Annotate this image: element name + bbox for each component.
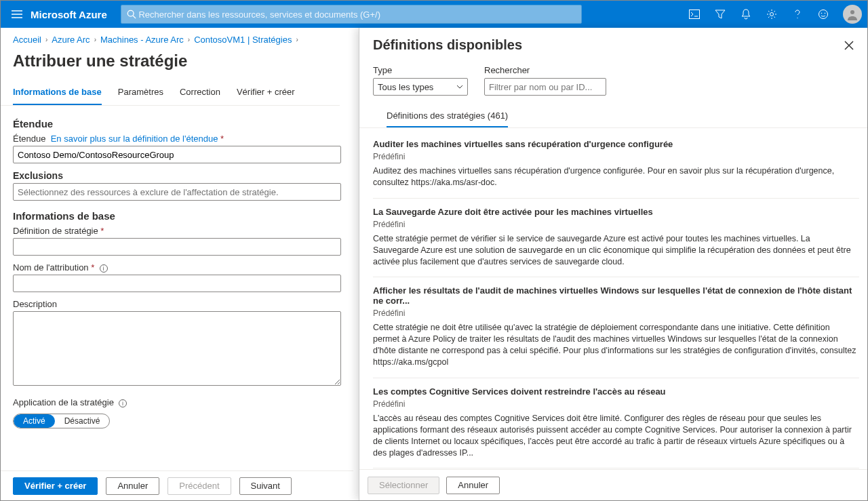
assign-name-label: Nom de l'attribution [13,262,89,273]
chevron-down-icon [456,85,463,89]
assign-name-label-row: Nom de l'attribution * i [13,262,333,273]
crumb-home[interactable]: Accueil [13,35,41,45]
scope-label: Étendue [13,134,45,144]
help-icon [793,9,802,20]
hamburger-menu[interactable] [6,1,28,28]
close-panel-button[interactable] [844,41,854,50]
search-icon [127,9,136,19]
chevron-right-icon: › [296,36,298,43]
global-search-input[interactable] [138,9,575,20]
enforcement-toggle[interactable]: Activé Désactivé [13,414,110,428]
directory-filter-button[interactable] [709,1,732,28]
settings-button[interactable] [760,1,783,28]
svg-point-5 [825,13,826,14]
top-bar: Microsoft Azure [1,1,867,28]
definition-item[interactable]: Afficher les résultats de l'audit de mac… [373,277,859,378]
help-button[interactable] [786,1,809,28]
panel-footer: Sélectionner Annuler [359,469,867,500]
panel-header: Définitions disponibles [359,28,867,58]
svg-point-3 [819,10,828,19]
form-basics: Étendue Étendue En savoir plus sur la dé… [1,106,345,438]
tab-remediation[interactable]: Correction [180,80,220,105]
exclusions-input[interactable] [13,183,341,201]
definition-title: Les comptes Cognitive Services doivent r… [373,386,856,397]
cancel-button[interactable]: Annuler [106,477,159,495]
definition-search-input[interactable] [484,78,606,96]
hamburger-icon [12,10,22,18]
panel-cancel-button[interactable]: Annuler [446,477,500,494]
definition-description: Auditez des machines virtuelles sans réc… [373,165,856,188]
svg-point-2 [770,13,774,16]
scope-label-row: Étendue En savoir plus sur la définition… [13,134,333,144]
required-marker: * [220,134,224,144]
definition-description: Cette stratégie permet de vérifier si le… [373,233,856,268]
crumb-machines[interactable]: Machines - Azure Arc [100,35,184,45]
brand-label: Microsoft Azure [31,9,107,20]
type-filter-value: Tous les types [378,82,433,92]
chevron-right-icon: › [188,36,190,43]
panel-title: Définitions disponibles [373,37,522,53]
filter-icon [715,9,726,19]
info-icon[interactable]: i [119,399,127,407]
toggle-disabled[interactable]: Désactivé [55,414,110,428]
type-filter-select[interactable]: Tous les types [373,78,468,96]
definition-type: Prédéfini [373,152,856,161]
definition-description: L'accès au réseau des comptes Cognitive … [373,413,856,459]
definition-title: Afficher les résultats de l'audit de mac… [373,285,856,306]
policy-def-label: Définition de stratégie [13,226,98,236]
bell-icon [741,9,751,20]
svg-point-0 [127,10,134,16]
feedback-button[interactable] [812,1,835,28]
gear-icon [766,9,777,20]
assign-name-input[interactable] [13,275,341,292]
cloud-shell-button[interactable] [683,1,706,28]
svg-point-4 [821,13,823,14]
required-marker: * [98,226,104,236]
wizard-footer: Vérifier + créer Annuler Précédent Suiva… [1,470,353,500]
policy-def-label-row: Définition de stratégie * [13,226,333,236]
global-search[interactable] [121,5,582,24]
definition-item[interactable]: Auditer les machines virtuelles sans réc… [373,131,859,199]
feedback-icon [818,9,829,20]
info-icon[interactable]: i [100,264,108,273]
policy-def-input[interactable] [13,238,341,256]
required-marker: * [89,262,95,273]
avatar-icon [846,8,859,20]
definition-description: Cette stratégie ne doit être utilisée qu… [373,322,856,368]
chevron-right-icon: › [94,36,96,43]
definition-type: Prédéfini [373,220,856,229]
definition-type: Prédéfini [373,308,856,318]
basics-heading: Informations de base [13,210,333,222]
wizard-tabs: Informations de base Paramètres Correcti… [1,80,340,106]
toggle-enabled[interactable]: Activé [14,414,55,428]
crumb-vm-strategies[interactable]: ContosoVM1 | Stratégies [194,35,292,45]
definition-title: La Sauvegarde Azure doit être activée po… [373,207,856,217]
scope-input[interactable] [13,146,341,163]
tab-review[interactable]: Vérifier + créer [237,80,295,105]
definitions-panel: Définitions disponibles Type Tous les ty… [359,28,867,500]
panel-filters: Type Tous les types Rechercher [359,58,867,98]
type-filter-label: Type [373,65,468,75]
enforcement-label-row: Application de la stratégie i [13,397,333,407]
description-label: Description [13,299,333,309]
definition-item[interactable]: La Sauvegarde Azure doit être activée po… [373,199,859,278]
previous-button: Précédent [167,477,231,495]
crumb-azure-arc[interactable]: Azure Arc [52,35,90,45]
panel-tab-definitions[interactable]: Définitions des stratégies (461) [387,105,508,127]
next-button[interactable]: Suivant [239,477,292,495]
svg-rect-1 [690,10,700,19]
definition-item[interactable]: Les comptes Cognitive Services doivent r… [373,378,859,469]
select-button: Sélectionner [368,477,439,494]
notifications-button[interactable] [734,1,757,28]
scope-heading: Étendue [13,118,333,129]
tab-basics[interactable]: Informations de base [13,80,102,105]
user-avatar[interactable] [843,5,862,24]
review-create-button[interactable]: Vérifier + créer [13,477,98,495]
tab-parameters[interactable]: Paramètres [118,80,163,105]
definitions-list[interactable]: Auditer les machines virtuelles sans réc… [359,128,866,469]
topbar-actions [683,1,862,28]
scope-learn-more-link[interactable]: En savoir plus sur la définition de l'ét… [51,134,218,144]
chevron-right-icon: › [45,36,47,43]
description-input[interactable] [13,311,341,386]
exclusions-label: Exclusions [13,170,333,181]
